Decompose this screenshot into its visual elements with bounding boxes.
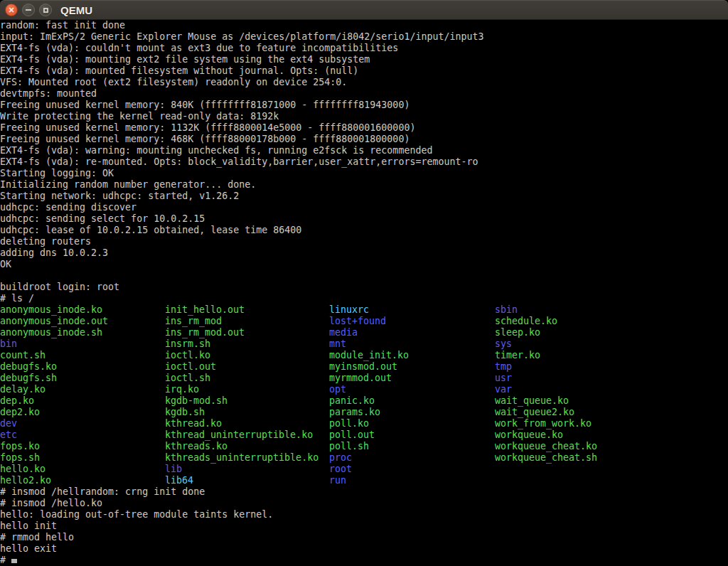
file-entry: etc	[0, 429, 165, 441]
file-entry: poll.sh	[329, 441, 495, 452]
file-entry: media	[329, 327, 495, 338]
console-line: Write protecting the kernel read-only da…	[0, 111, 728, 122]
prompt-line: #	[0, 555, 728, 566]
console-line: # insmod /hellrandom: crng init done	[0, 486, 728, 498]
console-line: Freeing unused kernel memory: 1132K (fff…	[0, 122, 728, 134]
console-line: udhcpc: sending select for 10.0.2.15	[0, 213, 728, 225]
window-controls: ✕	[0, 4, 52, 16]
file-entry: dev	[0, 418, 165, 429]
file-entry: poll.ko	[329, 418, 495, 429]
console-line: Starting network: udhcpc: started, v1.26…	[0, 191, 728, 202]
file-entry: myrmmod.out	[329, 373, 495, 384]
file-entry: module_init.ko	[329, 350, 495, 361]
console-line: buildroot login: root	[0, 282, 728, 293]
file-entry: linuxrc	[329, 304, 495, 316]
console-line: EXT4-fs (vda): re-mounted. Opts: block_v…	[0, 156, 728, 168]
ls-output: anonymous_inode.koanonymous_inode.outano…	[0, 304, 728, 486]
file-entry-empty	[495, 464, 728, 475]
maximize-button[interactable]	[39, 4, 52, 16]
console-line: random: fast init done	[0, 20, 728, 31]
file-entry: anonymous_inode.sh	[0, 327, 165, 338]
file-entry: ins_rm_mod.out	[165, 327, 329, 338]
console-line: OK	[0, 259, 728, 270]
console-line: Starting logging: OK	[0, 168, 728, 179]
console-line: # insmod /hello.ko	[0, 498, 728, 509]
file-entry: debugfs.sh	[0, 373, 165, 384]
window-title: QEMU	[60, 4, 92, 16]
file-entry: debugfs.ko	[0, 361, 165, 373]
minimize-icon	[26, 9, 31, 11]
file-entry: proc	[329, 452, 495, 464]
console-line: hello: loading out-of-tree module taints…	[0, 509, 728, 520]
shell-log: # insmod /hellrandom: crng init done# in…	[0, 486, 728, 555]
console-line: deleting routers	[0, 236, 728, 247]
file-entry: tmp	[495, 361, 728, 373]
file-entry: workqueue.ko	[495, 429, 728, 441]
file-entry: anonymous_inode.ko	[0, 304, 165, 316]
file-entry: usr	[495, 373, 728, 384]
shell-prompt: #	[0, 555, 6, 565]
console-line: # rmmod hello	[0, 532, 728, 543]
maximize-icon	[43, 8, 48, 13]
console-line: VFS: Mounted root (ext2 filesystem) read…	[0, 77, 728, 88]
file-entry: run	[329, 475, 495, 486]
file-entry: params.ko	[329, 407, 495, 418]
file-entry: opt	[329, 384, 495, 395]
console-line: Freeing unused kernel memory: 840K (ffff…	[0, 100, 728, 111]
terminal-screen[interactable]: random: fast init doneinput: ImExPS/2 Ge…	[0, 20, 728, 566]
file-entry: bin	[0, 338, 165, 350]
console-line: udhcpc: lease of 10.0.2.15 obtained, lea…	[0, 225, 728, 236]
file-entry: init_hello.out	[165, 304, 329, 316]
console-line: hello init	[0, 520, 728, 532]
file-entry: hello.ko	[0, 464, 165, 475]
minimize-button[interactable]	[22, 4, 35, 16]
file-entry: insrm.sh	[165, 338, 329, 350]
console-line: EXT4-fs (vda): couldn't mount as ext3 du…	[0, 43, 728, 54]
file-entry: lib	[165, 464, 329, 475]
close-button[interactable]: ✕	[5, 4, 18, 16]
boot-log: random: fast init doneinput: ImExPS/2 Ge…	[0, 20, 728, 304]
file-entry: hello2.ko	[0, 475, 165, 486]
file-entry: var	[495, 384, 728, 395]
file-entry-empty	[495, 475, 728, 486]
console-line: udhcpc: sending discover	[0, 202, 728, 213]
file-entry: ins_rm_mod	[165, 316, 329, 327]
file-entry: kthread_uninterruptible.ko	[165, 429, 329, 441]
file-entry: workqueue_cheat.sh	[495, 452, 728, 464]
file-entry: panic.ko	[329, 395, 495, 407]
qemu-window: ✕ QEMU random: fast init doneinput: ImEx…	[0, 0, 728, 566]
window-titlebar: ✕ QEMU	[0, 0, 728, 20]
file-entry: kgdb-mod.sh	[165, 395, 329, 407]
file-entry: delay.ko	[0, 384, 165, 395]
close-icon: ✕	[8, 6, 14, 14]
file-entry: dep.ko	[0, 395, 165, 407]
console-line	[0, 270, 728, 282]
file-entry: work_from_work.ko	[495, 418, 728, 429]
file-entry: anonymous_inode.out	[0, 316, 165, 327]
console-line: EXT4-fs (vda): warning: mounting uncheck…	[0, 145, 728, 156]
file-entry: dep2.ko	[0, 407, 165, 418]
file-entry: sbin	[495, 304, 728, 316]
file-entry: ioctl.ko	[165, 350, 329, 361]
console-line: Freeing unused kernel memory: 468K (ffff…	[0, 134, 728, 145]
file-entry: irq.ko	[165, 384, 329, 395]
file-entry: root	[329, 464, 495, 475]
file-entry: poll.out	[329, 429, 495, 441]
file-entry: ioctl.out	[165, 361, 329, 373]
file-entry: mnt	[329, 338, 495, 350]
console-line: EXT4-fs (vda): mounted filesystem withou…	[0, 65, 728, 77]
file-entry: fops.ko	[0, 441, 165, 452]
file-entry: myinsmod.out	[329, 361, 495, 373]
console-line: devtmpfs: mounted	[0, 88, 728, 100]
file-entry: kthreads.ko	[165, 441, 329, 452]
console-line: adding dns 10.0.2.3	[0, 247, 728, 259]
terminal-cursor	[11, 559, 17, 563]
file-entry: wait_queue.ko	[495, 395, 728, 407]
console-line: EXT4-fs (vda): mounting ext2 file system…	[0, 54, 728, 65]
console-line: Initializing random number generator... …	[0, 179, 728, 191]
file-entry: timer.ko	[495, 350, 728, 361]
file-entry: sleep.ko	[495, 327, 728, 338]
file-entry: lost+found	[329, 316, 495, 327]
file-entry: ioctl.sh	[165, 373, 329, 384]
file-entry: fops.sh	[0, 452, 165, 464]
